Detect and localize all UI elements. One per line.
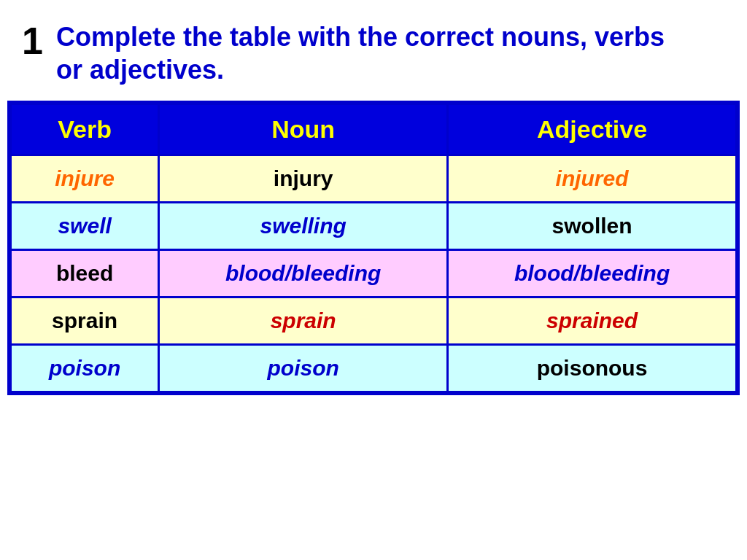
table-row: bleedblood/bleedingblood/bleeding [11,250,737,298]
cell-adjective: injured [448,155,737,203]
table-row: injureinjuryinjured [11,155,737,203]
header-verb: Verb [11,104,159,155]
cell-noun: poison [159,345,448,392]
cell-noun: blood/bleeding [159,250,448,298]
cell-noun: sprain [159,298,448,345]
word-table: Verb Noun Adjective injureinjuryinjureds… [9,103,738,393]
header-adjective: Adjective [448,104,737,155]
cell-noun: swelling [159,203,448,250]
table-row: sprainsprainsprained [11,298,737,345]
cell-verb: poison [11,345,159,392]
table-row: poisonpoisonpoisonous [11,345,737,392]
cell-adjective: swollen [448,203,737,250]
question-instruction: Complete the table with the correct noun… [56,20,684,86]
cell-adjective: blood/bleeding [448,250,737,298]
table-row: swellswellingswollen [11,203,737,250]
cell-verb: sprain [11,298,159,345]
question-number: 1 [22,20,43,62]
cell-verb: injure [11,155,159,203]
cell-adjective: sprained [448,298,737,345]
table-header-row: Verb Noun Adjective [11,104,737,155]
cell-verb: swell [11,203,159,250]
header-noun: Noun [159,104,448,155]
word-table-container: Verb Noun Adjective injureinjuryinjureds… [7,101,740,395]
page-header: 1 Complete the table with the correct no… [0,0,747,101]
cell-noun: injury [159,155,448,203]
cell-adjective: poisonous [448,345,737,392]
cell-verb: bleed [11,250,159,298]
